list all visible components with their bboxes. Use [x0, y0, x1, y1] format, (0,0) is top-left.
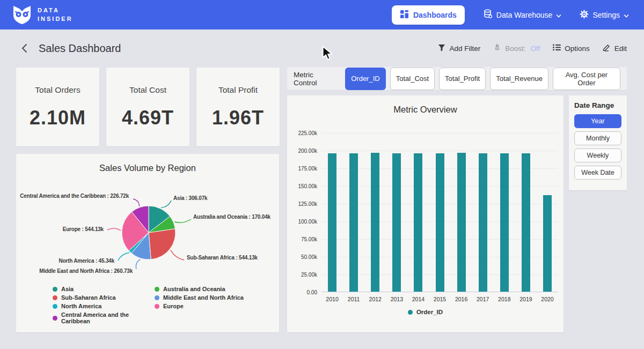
date-range-option-week-date[interactable]: Week Date	[574, 166, 621, 180]
bar-xtick: 2018	[494, 296, 515, 302]
kpi-label: Total Cost	[129, 85, 166, 95]
bar-ytick: 25.00k	[301, 272, 317, 278]
bar-2014[interactable]	[414, 153, 422, 292]
pie-chart-title: Sales Volume by Region	[16, 154, 279, 173]
bar-slot-2014[interactable]	[407, 132, 429, 292]
pie-connector	[174, 219, 191, 222]
pie-connector	[118, 253, 129, 261]
legend-dot	[53, 304, 57, 309]
kpi-label: Total Profit	[218, 85, 258, 95]
kpi-label: Total Orders	[35, 85, 80, 95]
legend-dot	[155, 304, 159, 309]
bar-2012[interactable]	[371, 153, 379, 292]
metric-option-total-profit[interactable]: Total_Profit	[439, 68, 486, 90]
bar-xtick: 2015	[429, 296, 450, 302]
bar-slot-2016[interactable]	[451, 132, 472, 292]
boost-toggle[interactable]: Boost: Off	[493, 43, 540, 53]
bar-2013[interactable]	[392, 153, 401, 292]
bar-xtick: 2010	[321, 296, 343, 302]
dashboards-button[interactable]: Dashboards	[392, 5, 465, 25]
bar-slot-2013[interactable]	[386, 132, 407, 292]
bar-ytick: 100.00k	[298, 219, 317, 225]
legend-item-australia-and-oceania[interactable]: Australia and Oceania	[155, 286, 244, 292]
bar-2015[interactable]	[436, 153, 444, 292]
bar-2019[interactable]	[522, 153, 530, 292]
bar-2011[interactable]	[349, 153, 358, 292]
pie-label-central-america-and-the-caribbean: Central America and the Caribbean : 226.…	[20, 193, 129, 199]
bar-yaxis: 0.0025.00k50.00k75.00k100.00k125.00k150.…	[287, 133, 317, 292]
kpi-card-total-orders: Total Orders2.10M	[16, 68, 99, 146]
data-warehouse-menu[interactable]: Data Warehouse	[483, 9, 562, 20]
options-button[interactable]: Options	[553, 44, 590, 53]
bar-xtick: 2017	[472, 296, 494, 302]
bar-slot-2015[interactable]	[429, 132, 450, 292]
pie-legend: AsiaSub-Saharan AfricaNorth AmericaCentr…	[16, 286, 279, 324]
edit-button[interactable]: Edit	[603, 43, 627, 53]
bar-2016[interactable]	[457, 153, 466, 292]
legend-item-asia[interactable]: Asia	[53, 286, 155, 292]
legend-dot	[155, 287, 159, 292]
bar-slot-2011[interactable]	[343, 132, 364, 292]
bar-ytick: 175.00k	[298, 166, 317, 172]
bar-slot-2020[interactable]	[537, 132, 558, 292]
pie-connector	[133, 199, 140, 206]
app-canvas: DATA INSIDER Dashboards	[0, 0, 644, 349]
kpi-row: Total Orders2.10MTotal Cost4.69TTotal Pr…	[16, 68, 280, 146]
kpi-value: 2.10M	[30, 107, 86, 129]
bar-xtick: 2012	[364, 296, 386, 302]
metric-control-label: Metric Control	[294, 71, 338, 87]
bar-2018[interactable]	[500, 153, 509, 292]
bar-plot[interactable]	[321, 133, 558, 292]
metric-option-avg-cost-per-order[interactable]: Avg. Cost per Order	[553, 68, 620, 90]
chevron-down-icon	[624, 11, 629, 19]
bar-xtick: 2011	[343, 296, 364, 302]
legend-label: Central America and the Caribbean	[61, 311, 155, 324]
date-range-label: Date Range	[574, 101, 621, 109]
bar-2020[interactable]	[543, 195, 552, 292]
bar-2017[interactable]	[479, 153, 487, 292]
legend-label: Europe	[163, 303, 184, 309]
metric-option-total-revenue[interactable]: Total_Revenue	[490, 68, 548, 90]
settings-menu[interactable]: Settings	[580, 10, 629, 20]
pie-slice-sub-saharan-africa[interactable]	[149, 229, 175, 259]
top-navbar: DATA INSIDER Dashboards	[0, 0, 644, 29]
add-filter-button[interactable]: Add Filter	[438, 44, 480, 53]
legend-item-north-america[interactable]: North America	[53, 303, 155, 309]
date-range-option-monthly[interactable]: Monthly	[574, 131, 621, 145]
bar-slot-2010[interactable]	[321, 132, 343, 292]
settings-label: Settings	[592, 11, 620, 19]
pie-connector	[107, 228, 121, 231]
bar-chart-card: Metric Overview 0.0025.00k50.00k75.00k10…	[287, 95, 564, 332]
bar-ytick: 50.00k	[301, 254, 317, 260]
pie-connector	[161, 201, 171, 207]
legend-item-europe[interactable]: Europe	[155, 303, 244, 309]
legend-dot	[53, 295, 57, 300]
bar-slot-2019[interactable]	[515, 132, 537, 292]
pie-connector	[136, 259, 140, 269]
date-range-card: Date Range YearMonthlyWeeklyWeek Date	[569, 95, 627, 190]
bar-ytick: 75.00k	[301, 236, 317, 242]
legend-dot	[53, 316, 57, 321]
page-title: Sales Dashboard	[39, 42, 121, 55]
bar-slot-2012[interactable]	[364, 132, 386, 292]
bar-xtick: 2019	[515, 296, 537, 302]
legend-item-middle-east-and-north-africa[interactable]: Middle East and North Africa	[155, 294, 244, 301]
brand[interactable]: DATA INSIDER	[12, 3, 73, 27]
metric-option-order-id[interactable]: Order_ID	[345, 68, 385, 90]
date-range-option-weekly[interactable]: Weekly	[574, 148, 621, 162]
bar-xtick: 2013	[386, 296, 407, 302]
legend-item-central-america-and-the-caribbean[interactable]: Central America and the Caribbean	[53, 311, 155, 324]
bar-legend-label: Order_ID	[416, 309, 443, 315]
bar-slot-2018[interactable]	[494, 132, 515, 292]
bar-ytick: 150.00k	[298, 183, 317, 189]
metric-option-total-cost[interactable]: Total_Cost	[390, 68, 435, 90]
metric-buttons: Order_IDTotal_CostTotal_ProfitTotal_Reve…	[345, 68, 620, 90]
bar-slot-2017[interactable]	[472, 132, 494, 292]
pie-chart[interactable]: Asia : 306.07kAustralia and Oceania : 17…	[16, 175, 279, 285]
bar-xtick: 2020	[537, 296, 558, 302]
pie-label-australia-and-oceania: Australia and Oceania : 170.04k	[193, 214, 270, 220]
legend-item-sub-saharan-africa[interactable]: Sub-Saharan Africa	[53, 294, 155, 301]
back-button[interactable]	[17, 41, 31, 55]
bar-2010[interactable]	[328, 153, 336, 292]
date-range-option-year[interactable]: Year	[574, 114, 621, 128]
